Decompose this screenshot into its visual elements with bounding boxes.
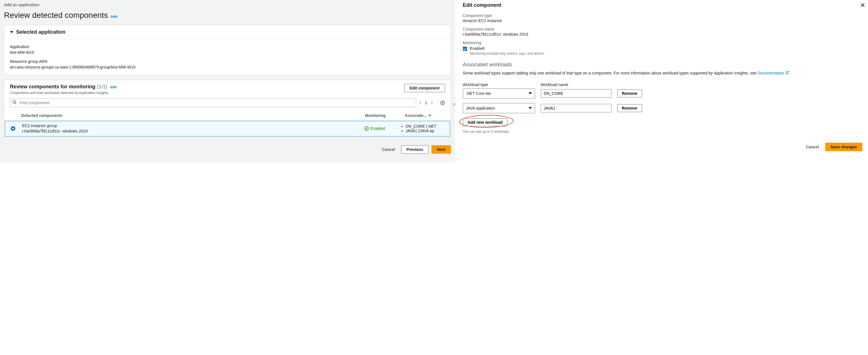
list-item: JAVA1 (JAVA ap [406,129,444,133]
svg-point-2 [442,102,443,103]
remove-workload-button[interactable]: Remove [617,90,642,97]
component-subtext: i-0a0858a7fd11cd51c: windows 2019 [22,129,356,133]
workload-limit-note: You can add up to 5 workloads [463,130,862,134]
component-name-label: Component name [463,27,862,31]
workload-row: JAVA application Remove [463,103,862,113]
panel-selected-application: Selected application Application test-MW… [4,25,451,75]
resource-group-arn-label: Resource group ARN [10,59,445,64]
search-icon [12,100,17,105]
add-new-workload-button[interactable]: Add new workload [463,118,507,126]
col-associated[interactable]: Associate... [400,113,445,118]
associated-workloads-heading: Associated workloads [463,62,862,68]
table-row[interactable]: EC2 instance group i-0a0858a7fd11cd51c: … [5,121,450,136]
component-title: EC2 instance group [22,123,356,128]
component-type-label: Component type [463,13,862,18]
status-badge: Enabled [364,126,399,131]
workload-name-label: Workload name [541,83,612,87]
row-radio[interactable] [11,126,15,131]
panel-review-components: Review components for monitoring (1/1) I… [4,80,451,137]
workload-type-select[interactable]: JAVA application [463,103,535,113]
page-title: Review detected components [4,11,108,20]
workload-name-input[interactable] [541,89,612,98]
panel-cancel-button[interactable]: Cancel [803,143,823,151]
col-monitoring[interactable]: Monitoring [360,113,400,118]
component-type-value: Amazon EC2 instance [463,19,862,23]
col-detected-components[interactable]: Detected components [21,113,360,118]
associated-workloads-description: Some workload types support adding only … [463,70,862,76]
application-label: Application [10,44,445,49]
monitoring-enabled-text: Enabled [470,46,545,51]
breadcrumb: Add an application [0,0,455,8]
gear-icon[interactable] [440,100,445,105]
edit-component-button[interactable]: Edit component [404,84,445,92]
next-button[interactable]: Next [431,145,451,154]
pager-prev-icon[interactable] [419,100,422,105]
previous-button[interactable]: Previous [401,145,429,154]
page-number: 1 [425,100,427,105]
search-input-wrapper[interactable] [10,98,416,107]
workload-type-select[interactable]: .NET Core tier [463,88,535,98]
chevron-down-icon [527,105,534,111]
resource-group-arn-value: arn:aws:resource-groups:us-east-1:856960… [10,65,445,69]
list-item: DN_CORE (.NET [406,124,444,129]
edit-component-title: Edit component [463,2,862,8]
application-value: test-MW-W19 [10,50,445,55]
pager-next-icon[interactable] [431,100,433,105]
workload-row: .NET Core tier Remove [463,88,862,98]
remove-workload-button[interactable]: Remove [617,104,642,112]
external-link-icon [785,71,789,75]
caret-down-icon [10,31,13,33]
chevron-down-icon [428,115,431,116]
panel-collapse-grip[interactable]: ⫼ [453,102,457,106]
cancel-button[interactable]: Cancel [378,145,398,154]
check-circle-icon [364,126,369,131]
search-input[interactable] [19,100,414,105]
monitoring-label: Monitoring [463,40,862,45]
selected-application-title: Selected application [16,29,65,35]
page-info-link[interactable]: Info [111,14,118,19]
table-header: Detected components Monitoring Associate… [4,110,451,121]
review-info-link[interactable]: Info [111,85,117,89]
associated-workloads-list: DN_CORE (.NET JAVA1 (JAVA ap [401,124,444,133]
review-subtitle: Components and their workloads detected … [10,91,117,95]
panel-selected-application-header[interactable]: Selected application [4,25,451,39]
component-name-value: i-0a0858a7fd11cd51c: windows 2019 [463,32,862,36]
workload-type-label: Workload type [463,83,535,87]
svg-point-0 [13,100,15,103]
review-title: Review components for monitoring [10,84,95,90]
workload-name-input[interactable] [541,104,612,112]
review-count: (1/1) [97,84,107,90]
chevron-down-icon [527,90,534,97]
monitoring-helper: Monitoring includes key metrics, logs, a… [470,52,545,56]
svg-line-1 [15,103,17,104]
monitoring-enabled-checkbox[interactable] [463,47,467,51]
save-changes-button[interactable]: Save changes [825,143,862,151]
close-icon[interactable]: ✕ [860,2,865,8]
documentation-link[interactable]: Documentation [757,71,784,75]
